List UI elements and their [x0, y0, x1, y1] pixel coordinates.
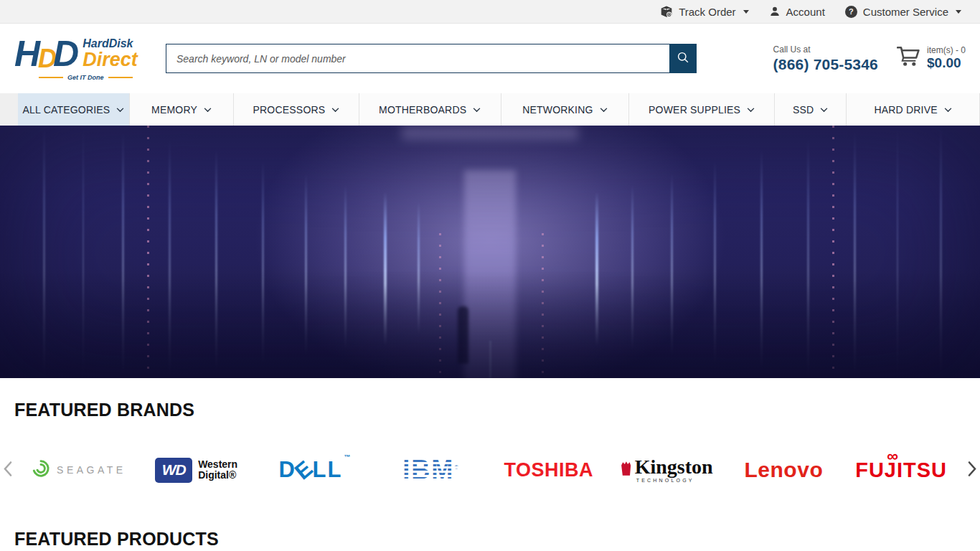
hero-banner-image [0, 126, 980, 378]
chevron-down-icon [747, 108, 755, 113]
search-bar [166, 44, 697, 73]
account-label: Account [786, 6, 825, 18]
fujitsu-infinity-icon: ∞ [887, 447, 899, 466]
brand-fujitsu[interactable]: ∞FUJITSU [842, 458, 960, 482]
nav-power-supplies[interactable]: POWER SUPPLIES [628, 93, 774, 126]
cart-button[interactable]: item(s) - 0 $0.00 [897, 45, 966, 72]
wd-badge-icon: WD [155, 458, 192, 483]
category-nav: ALL CATEGORIES MEMORY PROCESSORS MOTHERB… [0, 93, 980, 126]
chevron-down-icon [944, 108, 952, 113]
utility-bar: Track Order Account ? Customer Service [0, 0, 980, 24]
chevron-down-icon [116, 108, 124, 113]
account-icon [769, 6, 781, 17]
call-us-label: Call Us at [773, 44, 878, 55]
nav-spacer [0, 93, 18, 126]
chevron-right-icon [967, 461, 977, 477]
featured-brands-section: FEATURED BRANDS SEAGATE WD Western Digit… [0, 378, 980, 495]
track-order-icon [660, 6, 673, 18]
site-logo[interactable]: HDD HardDisk Direct Get IT Done [14, 36, 147, 81]
logo-text: HardDisk Direct [83, 38, 138, 70]
account-menu[interactable]: Account [769, 6, 825, 18]
logo-mark: HDD [14, 36, 75, 72]
brand-toshiba[interactable]: TOSHIBA [490, 459, 608, 481]
kingston-crown-icon [620, 460, 632, 481]
brand-carousel: SEAGATE WD Western Digital® DELL™ IBM® T… [0, 445, 980, 495]
help-icon: ? [845, 6, 857, 18]
brand-lenovo[interactable]: Lenovo [725, 458, 843, 482]
search-input[interactable] [166, 44, 669, 73]
chevron-left-icon [3, 461, 13, 477]
search-button[interactable] [669, 44, 697, 73]
nav-processors[interactable]: PROCESSORS [233, 93, 359, 126]
cart-count: item(s) - 0 [927, 45, 966, 55]
phone-number: (866) 705-5346 [773, 56, 878, 73]
nav-motherboards[interactable]: MOTHERBOARDS [359, 93, 501, 126]
chevron-down-icon [331, 108, 339, 113]
brand-western-digital[interactable]: WD Western Digital® [138, 458, 255, 483]
search-icon [676, 50, 690, 67]
seagate-spiral-icon [32, 459, 50, 481]
caret-down-icon [743, 10, 749, 14]
logo-tagline: Get IT Done [14, 74, 147, 81]
carousel-next-button[interactable] [966, 460, 979, 481]
nav-ssd[interactable]: SSD [774, 93, 846, 126]
caret-down-icon [956, 10, 961, 14]
featured-brands-heading: FEATURED BRANDS [0, 400, 980, 420]
nav-memory[interactable]: MEMORY [129, 93, 233, 126]
nav-hard-drive[interactable]: HARD DRIVE [846, 93, 980, 126]
cart-icon [897, 45, 920, 70]
chevron-down-icon [204, 108, 212, 113]
featured-products-section: FEATURED PRODUCTS [0, 495, 980, 550]
brand-seagate[interactable]: SEAGATE [20, 459, 138, 481]
customer-service-menu[interactable]: ? Customer Service [845, 6, 961, 18]
chevron-down-icon [820, 108, 828, 113]
customer-service-label: Customer Service [863, 6, 948, 18]
nav-all-categories[interactable]: ALL CATEGORIES [18, 93, 129, 126]
featured-products-heading: FEATURED PRODUCTS [0, 529, 980, 550]
track-order-menu[interactable]: Track Order [660, 6, 748, 18]
carousel-prev-button[interactable] [1, 460, 14, 481]
brand-ibm[interactable]: IBM® [372, 457, 490, 483]
call-us-block: Call Us at (866) 705-5346 [773, 44, 878, 73]
brand-dell[interactable]: DELL™ [255, 457, 373, 483]
brand-kingston[interactable]: Kingston TECHNOLOGY [608, 457, 725, 483]
main-header: HDD HardDisk Direct Get IT Done Call Us … [0, 24, 980, 93]
nav-networking[interactable]: NETWORKING [501, 93, 629, 126]
chevron-down-icon [600, 108, 608, 113]
chevron-down-icon [473, 108, 481, 113]
cart-total: $0.00 [927, 55, 966, 72]
track-order-label: Track Order [679, 6, 735, 18]
